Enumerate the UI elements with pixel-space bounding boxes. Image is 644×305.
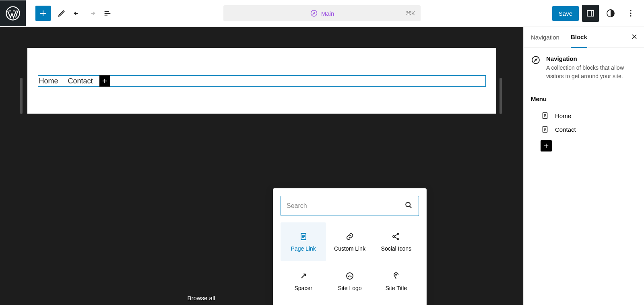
svg-line-17 <box>394 234 397 236</box>
document-overview-icon[interactable] <box>100 6 115 21</box>
page-icon <box>541 125 549 134</box>
menu-item-home[interactable]: Home <box>531 109 637 122</box>
menu-add-button[interactable] <box>541 140 552 151</box>
inserter-page-link[interactable]: Page Link <box>281 222 326 261</box>
page-canvas[interactable]: Home Contact <box>27 48 496 114</box>
resize-handle-right[interactable] <box>500 78 502 114</box>
add-block-button[interactable] <box>35 6 51 21</box>
inserter-social-icons[interactable]: Social Icons <box>374 222 419 261</box>
block-description: A collection of blocks that allow visito… <box>546 64 637 81</box>
inserter-search[interactable] <box>281 196 419 216</box>
top-toolbar: Main ⌘K Save <box>0 0 644 27</box>
browse-all-link[interactable]: Browse all <box>187 295 215 301</box>
shortcut-hint: ⌘K <box>406 10 415 17</box>
svg-rect-2 <box>587 10 594 16</box>
menu-heading: Menu <box>531 95 637 102</box>
svg-line-18 <box>394 237 397 239</box>
settings-panel-toggle[interactable] <box>582 5 599 22</box>
edit-tool-icon[interactable] <box>54 6 69 21</box>
settings-sidebar: Navigation Block Navigation A collection… <box>523 27 644 305</box>
template-name: Main <box>321 10 334 17</box>
svg-point-21 <box>532 56 539 64</box>
tab-navigation[interactable]: Navigation <box>531 27 559 48</box>
undo-icon[interactable] <box>69 6 85 21</box>
navigation-block[interactable]: Home Contact <box>38 75 486 87</box>
svg-point-16 <box>397 238 399 240</box>
menu-item-contact[interactable]: Contact <box>531 122 637 136</box>
svg-point-5 <box>630 10 631 11</box>
redo-icon <box>85 6 100 21</box>
search-icon <box>404 201 413 211</box>
page-icon <box>541 111 549 120</box>
svg-point-14 <box>393 236 394 237</box>
svg-point-6 <box>630 12 631 14</box>
search-input[interactable] <box>287 202 404 210</box>
svg-point-15 <box>397 233 399 235</box>
compass-icon <box>310 9 318 17</box>
nav-link-contact[interactable]: Contact <box>63 77 98 85</box>
block-title: Navigation <box>546 55 637 62</box>
more-options-icon[interactable] <box>622 5 639 22</box>
navigation-block-icon <box>531 55 541 81</box>
resize-handle-left[interactable] <box>20 78 23 114</box>
command-center[interactable]: Main ⌘K <box>223 5 421 21</box>
wordpress-logo[interactable] <box>0 0 26 26</box>
save-button[interactable]: Save <box>552 6 579 21</box>
nav-add-button[interactable] <box>99 75 110 87</box>
block-inserter-popover: Page Link Custom Link Social Icons Space… <box>273 188 427 305</box>
svg-line-9 <box>410 206 412 208</box>
editor-canvas-area: Home Contact Page Link <box>0 27 523 305</box>
browse-all-row: Browse all <box>0 295 402 302</box>
inserter-custom-link[interactable]: Custom Link <box>327 222 372 261</box>
tab-block[interactable]: Block <box>571 27 587 48</box>
styles-toggle-icon[interactable] <box>602 5 619 22</box>
svg-point-1 <box>311 10 317 17</box>
nav-link-home[interactable]: Home <box>38 77 63 85</box>
svg-point-8 <box>406 202 410 207</box>
svg-point-7 <box>630 15 631 17</box>
svg-point-20 <box>395 274 397 276</box>
close-panel-icon[interactable] <box>630 33 638 42</box>
